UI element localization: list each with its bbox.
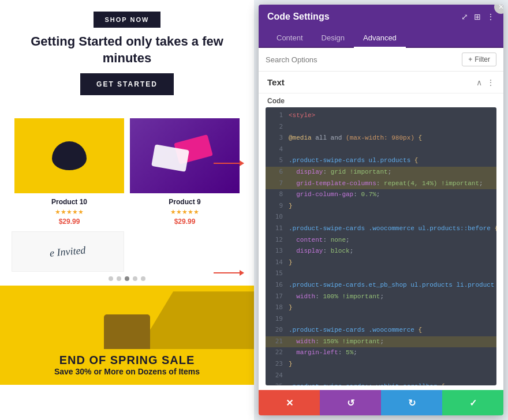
line-content (289, 145, 293, 155)
line-number: 8 (270, 190, 283, 198)
line-content: grid-column-gap: 0.7%; (289, 190, 380, 200)
tab-design[interactable]: Design (312, 29, 354, 48)
cancel-button[interactable]: ✕ (259, 390, 320, 415)
line-number: 22 (270, 348, 283, 356)
product-image-1 (14, 118, 124, 193)
line-content: } (289, 359, 293, 370)
product-name-2: Product 9 (130, 198, 240, 206)
filter-label: Filter (475, 55, 490, 63)
line-number: 16 (270, 280, 283, 288)
line-number: 6 (270, 167, 283, 175)
dot-1 (109, 276, 113, 281)
line-number: 12 (270, 235, 283, 243)
code-line: 4 (266, 144, 496, 156)
dot-4 (133, 276, 137, 281)
line-number: 23 (270, 359, 283, 367)
code-line: 11.product-swipe-cards .woocommerce ul.p… (266, 223, 496, 235)
sale-banner-image (0, 286, 254, 349)
line-content: } (289, 303, 293, 313)
invited-text: e Invited (49, 244, 86, 259)
code-line: 22 margin-left: 5%; (266, 347, 496, 359)
hero-title: Getting Started only takes a few minutes (17, 33, 237, 66)
code-line: 24 (266, 370, 496, 382)
product-card-2: Product 9 ★★★★★ $29.99 (127, 115, 242, 228)
search-input[interactable] (266, 55, 462, 64)
line-number: 20 (270, 325, 283, 333)
line-number: 24 (270, 371, 283, 379)
tab-advanced[interactable]: Advanced (354, 29, 406, 48)
search-bar: + Filter (259, 48, 503, 72)
code-line: 12 content: none; (266, 235, 496, 246)
code-line: 5.product-swipe-cards ul.products { (266, 155, 496, 167)
modal-footer: ✕ ↺ ↻ ✓ (259, 390, 503, 415)
code-line: 13 display: block; (266, 246, 496, 257)
modal-title: Code Settings (267, 12, 330, 22)
modal-header: Code Settings ⤢ ⊞ ⋮ (259, 5, 503, 29)
columns-icon[interactable]: ⊞ (474, 12, 481, 21)
line-content: grid-template-columns: repeat(4, 14%) !i… (289, 179, 483, 189)
modal-header-icons: ⤢ ⊞ ⋮ (461, 12, 495, 21)
line-content: .product-swipe-cards ul.products { (289, 156, 418, 166)
line-content: <style> (289, 111, 315, 121)
code-editor[interactable]: 1<style>2 3@media all and (max-width: 98… (266, 107, 496, 385)
carousel-dots (0, 272, 254, 286)
save-button[interactable]: ✓ (442, 390, 503, 415)
collapse-icon[interactable]: ∧ (476, 78, 482, 87)
website-preview: SHOP NOW Getting Started only takes a fe… (0, 0, 254, 420)
line-number: 21 (270, 337, 283, 345)
code-line: 15 (266, 268, 496, 280)
code-line: 6 display: grid !important; (266, 167, 496, 178)
code-line: 21 width: 150% !important; (266, 336, 496, 348)
sale-title: END OF SPRING SALE (12, 354, 242, 367)
line-content: .product-swipe-cards.et_pb_shop ul.produ… (289, 280, 496, 291)
product-stars-2: ★★★★★ (130, 208, 240, 216)
line-number: 10 (270, 212, 283, 220)
line-content (289, 371, 293, 381)
products-grid: Product 10 ★★★★★ $29.99 Product 9 ★★★★★ … (0, 115, 254, 228)
code-line: 7 grid-template-columns: repeat(4, 14%) … (266, 178, 496, 190)
fullscreen-icon[interactable]: ⤢ (461, 12, 468, 21)
more-options-icon[interactable]: ⋮ (487, 12, 495, 21)
shop-now-button[interactable]: SHOP NOW (94, 12, 161, 28)
product-stars-1: ★★★★★ (14, 208, 124, 216)
line-number: 9 (270, 201, 283, 209)
line-number: 4 (270, 145, 283, 153)
line-number: 18 (270, 303, 283, 311)
product-name-1: Product 10 (14, 198, 124, 206)
line-content: } (289, 201, 293, 212)
invited-section: e Invited (0, 228, 254, 272)
get-started-button[interactable]: GET STARTED (80, 73, 174, 95)
code-settings-modal: ✕ Code Settings ⤢ ⊞ ⋮ Content Design Adv… (259, 5, 503, 415)
line-content (289, 122, 293, 133)
redo-button[interactable]: ↻ (381, 390, 442, 415)
reset-button[interactable]: ↺ (320, 390, 381, 415)
product-card-1: Product 10 ★★★★★ $29.99 (12, 115, 127, 228)
line-number: 11 (270, 224, 283, 232)
code-line: 20.product-swipe-cards .woocommerce { (266, 325, 496, 336)
filter-button[interactable]: + Filter (462, 52, 496, 66)
dot-3 (125, 276, 129, 281)
code-line: 23} (266, 359, 496, 370)
line-content: @media all and (max-width: 980px) { (289, 133, 422, 144)
code-line: 8 grid-column-gap: 0.7%; (266, 189, 496, 201)
section-header-icons: ∧ ⋮ (476, 78, 495, 87)
modal-tabs: Content Design Advanced (259, 29, 503, 48)
section-title: Text (267, 77, 285, 87)
right-panel: ✕ Code Settings ⤢ ⊞ ⋮ Content Design Adv… (254, 0, 508, 420)
line-number: 25 (270, 382, 283, 385)
section-more-icon[interactable]: ⋮ (487, 78, 495, 87)
line-number: 7 (270, 179, 283, 187)
line-number: 2 (270, 122, 283, 130)
line-content (289, 314, 293, 325)
tab-content[interactable]: Content (267, 29, 312, 48)
line-number: 15 (270, 269, 283, 277)
code-line: 14} (266, 257, 496, 269)
line-content: content: none; (289, 235, 350, 246)
product-price-1: $29.99 (14, 217, 124, 226)
product-image-2 (130, 118, 240, 193)
line-content: .product-swipe-cards::-webkit-scrollbar … (289, 382, 445, 385)
text-section-header: Text ∧ ⋮ (259, 72, 503, 93)
line-number: 1 (270, 111, 283, 119)
code-line: 10 (266, 212, 496, 223)
line-number: 5 (270, 156, 283, 164)
